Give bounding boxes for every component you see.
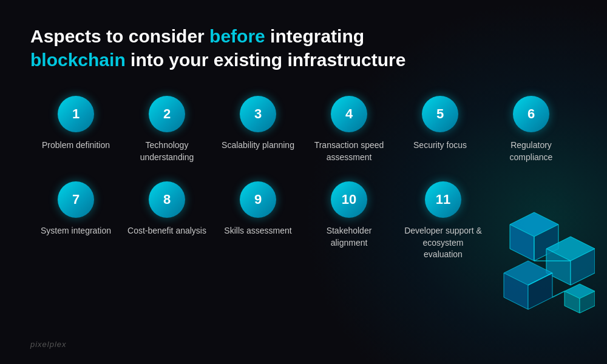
svg-line-14 — [552, 291, 565, 297]
item-number-circle: 7 — [58, 181, 94, 218]
aspect-item: 10Stakeholder alignment — [304, 181, 395, 249]
item-label: Security focus — [413, 140, 467, 152]
aspect-item: 9Skills assessment — [212, 181, 304, 237]
item-number-circle: 2 — [149, 96, 185, 132]
aspect-item: 4Transaction speed assessment — [304, 96, 395, 163]
item-number-circle: 6 — [513, 96, 549, 132]
item-number-circle: 8 — [149, 181, 185, 218]
item-number-circle: 9 — [240, 181, 276, 218]
item-label: Scalability planning — [222, 140, 294, 152]
page-title: Aspects to consider before integrating b… — [30, 24, 455, 72]
item-label: Problem definition — [42, 140, 110, 152]
item-label: Technology understanding — [127, 140, 206, 163]
item-number-circle: 5 — [422, 96, 458, 132]
item-label: Skills assessment — [224, 225, 291, 237]
aspect-item: 7System integration — [30, 181, 121, 237]
aspect-item: 8Cost-benefit analysis — [121, 181, 212, 237]
aspect-item: 3Scalability planning — [212, 96, 304, 152]
item-number-circle: 4 — [331, 96, 367, 132]
item-label: Transaction speed assessment — [310, 140, 388, 163]
item-number-circle: 11 — [425, 181, 461, 218]
aspect-item: 11Developer support & ecosystem evaluati… — [395, 181, 492, 261]
main-container: Aspects to consider before integrating b… — [0, 0, 607, 279]
item-label: Stakeholder alignment — [310, 225, 388, 249]
aspect-item: 1Problem definition — [30, 96, 121, 152]
aspect-item: 5Security focus — [395, 96, 486, 152]
highlight-blockchain: blockchain — [30, 50, 126, 70]
logo: pixelplex — [30, 340, 67, 349]
aspect-item: 6Regulatory compliance — [486, 96, 577, 163]
aspect-item: 2Technology understanding — [121, 96, 212, 163]
item-number-circle: 3 — [240, 96, 276, 132]
item-label: Developer support & ecosystem evaluation — [404, 225, 483, 261]
items-row-2: 7System integration8Cost-benefit analysi… — [30, 181, 577, 261]
items-grid: 1Problem definition2Technology understan… — [30, 96, 577, 261]
item-number-circle: 1 — [58, 96, 94, 132]
item-label: Regulatory compliance — [492, 140, 571, 163]
items-row-1: 1Problem definition2Technology understan… — [30, 96, 577, 163]
item-number-circle: 10 — [331, 181, 367, 218]
item-label: Cost-benefit analysis — [127, 225, 206, 237]
highlight-before: before — [209, 26, 265, 46]
item-label: System integration — [41, 225, 111, 237]
